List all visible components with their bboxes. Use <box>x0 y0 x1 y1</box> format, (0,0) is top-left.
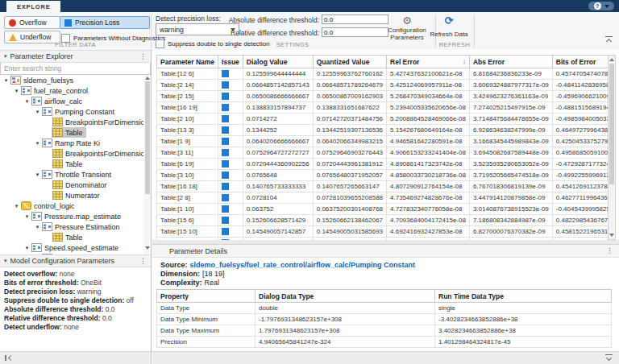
lookup-icon <box>52 180 63 189</box>
toolstrip: Overflow Underflow Precision Loss Parame… <box>0 12 619 51</box>
kebab-menu-icon[interactable]: ⋮ <box>139 53 147 60</box>
results-row[interactable]: Table:[1 10]0.0637520.063752003014087684… <box>157 204 609 215</box>
refresh-section-label: REFRESH <box>435 41 474 48</box>
complexity-value: Real <box>205 279 220 287</box>
results-row[interactable]: Table:[16 18]0.1407657333333330.14076572… <box>157 181 609 192</box>
column-header-rel-error[interactable]: Rel Error↓ <box>387 56 470 68</box>
tree-item-numerator[interactable]: Numerator <box>0 190 151 201</box>
cell-bits-of-error: 0.42504533752799034 <box>552 136 608 147</box>
expander-icon[interactable]: ▾ <box>23 213 31 220</box>
collapse-panel-icon[interactable] <box>605 354 613 362</box>
collapse-caret-icon[interactable]: ▾ <box>4 258 7 264</box>
results-row[interactable]: Table:[2 8]0.07281040.072810396552085884… <box>157 192 609 204</box>
complexity-line: Complexity:Real <box>160 279 415 287</box>
tree-item-label: fuel_rate_control <box>34 87 88 95</box>
precision-loss-filter-button[interactable]: Precision Loss <box>60 16 150 29</box>
collapse-caret-icon[interactable]: ▾ <box>4 53 7 60</box>
scroll-up-icon[interactable] <box>609 58 614 61</box>
results-row[interactable]: Table:[2 14]0.06648571428571430.06648571… <box>157 80 609 91</box>
scroll-down-icon[interactable] <box>145 246 150 250</box>
tree-item-speed-speed-estimate[interactable]: ▾Speed.speed_estimate <box>0 242 151 253</box>
source-link[interactable]: sldemo_fuelsys/fuel_rate_control/airflow… <box>190 261 416 269</box>
cell-rel-error: 4.807290912764154e-08 <box>387 181 470 192</box>
details-row: Data Typedoublesingle <box>157 303 612 314</box>
tree-item-breakpointsfordimension2[interactable]: BreakpointsForDimension2 <box>0 148 151 159</box>
results-row[interactable]: Table:[15 6]0.1526066285714290.152606621… <box>157 215 609 226</box>
cell-bits-of-error: -0.48815156891942024 <box>552 102 608 114</box>
tree-item-sldemo-fuelsys[interactable]: ▾sldemo_fuelsys <box>0 75 151 85</box>
expander-icon[interactable]: ▾ <box>23 245 31 251</box>
tree-item-fuel-rate-control[interactable]: ▾fuel_rate_control <box>0 85 151 96</box>
tree-item-pumping-constant[interactable]: ▾Pumping Constant <box>0 106 151 117</box>
column-header-dialog-value[interactable]: Dialog Value <box>243 56 313 68</box>
tree-item-breakpointsfordimension2[interactable]: BreakpointsForDimension2 <box>0 117 151 127</box>
results-row[interactable]: Table:[12 6]0.1255996444444440.125599637… <box>157 68 609 80</box>
help-button[interactable]: ? <box>588 2 614 10</box>
tree-item-table[interactable]: Table <box>0 127 151 138</box>
details-cell-runtime-type: single <box>435 303 612 314</box>
results-table-wrap: Parameter NameIssueDialog ValueQuantized… <box>156 55 616 240</box>
scroll-thumb[interactable] <box>609 64 614 184</box>
results-row[interactable]: Table:[3 11]0.07529647272727270.07529646… <box>157 147 609 159</box>
expander-icon[interactable]: ▾ <box>34 140 41 147</box>
search-input[interactable] <box>0 63 151 75</box>
kebab-menu-icon[interactable]: ⋮ <box>139 258 147 265</box>
results-row[interactable]: Table:[13 3]0.13442520.13442519307136536… <box>157 125 609 136</box>
cell-quantized-value: 0.07204443961381912 <box>313 159 386 170</box>
refresh-data-button[interactable]: ⟳ Refresh Data <box>423 15 475 38</box>
results-table: Parameter NameIssueDialog ValueQuantized… <box>156 55 608 240</box>
column-header-bits-of-error[interactable]: Bits of Error <box>552 56 608 68</box>
results-row[interactable]: Table:[1 9]0.06402066666666670.064020663… <box>157 136 609 147</box>
abs-threshold-input[interactable] <box>322 14 388 24</box>
kebab-menu-icon[interactable]: ⋮ <box>606 247 613 254</box>
cell-issue <box>218 125 243 136</box>
scroll-up-icon[interactable] <box>145 77 150 80</box>
tab-explore[interactable]: EXPLORE <box>6 1 60 12</box>
issue-icon <box>222 115 229 122</box>
expander-icon[interactable]: ▾ <box>34 172 41 178</box>
tree-item-inner: Table <box>52 159 86 169</box>
results-row[interactable]: Table:[2 10]0.07142720.07142720371484756… <box>157 114 609 125</box>
rel-threshold-label: Relative difference threshold: <box>193 29 319 37</box>
expander-icon[interactable]: ▾ <box>23 98 31 105</box>
results-row[interactable]: Table:[15 10]0.1454900571428570.14549005… <box>157 226 609 238</box>
tree-item-throttle-transient[interactable]: ▾Throttle Transient <box>0 169 151 180</box>
details-cell-property: Data Type Maximum <box>157 325 255 337</box>
expander-icon[interactable]: ▾ <box>2 77 10 84</box>
sort-descending-icon: ↓ <box>463 58 466 65</box>
results-scrollbar[interactable] <box>608 55 616 240</box>
rel-threshold-input[interactable] <box>322 27 388 37</box>
expander-icon[interactable]: ▾ <box>13 203 20 209</box>
expander-icon[interactable]: ▾ <box>34 224 41 230</box>
tree-item-control-logic[interactable]: ▾control_logic <box>0 201 151 211</box>
column-header-parameter-name[interactable]: Parameter Name <box>157 56 218 68</box>
tree-item-table[interactable]: Table <box>0 159 151 169</box>
tree-item-denominator[interactable]: Denominator <box>0 180 151 190</box>
column-header-quantized-value[interactable]: Quantized Value <box>313 56 386 68</box>
overflow-filter-button[interactable]: Overflow <box>4 16 60 29</box>
tree-scrollbar[interactable] <box>143 75 151 254</box>
column-header-issue[interactable]: Issue <box>218 56 243 68</box>
column-header-abs-error[interactable]: Abs Error <box>469 56 552 68</box>
tree-item-ramp-rate-ki[interactable]: ▾Ramp Rate Ki <box>0 138 151 148</box>
collapse-toolstrip-icon[interactable] <box>605 36 613 43</box>
tree-item-partial[interactable] <box>0 253 151 254</box>
tree-item-inner: Pressure Estimation <box>41 221 123 232</box>
expander-icon[interactable]: ▾ <box>13 88 20 94</box>
cell-dialog-value: 0.0640206666666667 <box>243 136 313 147</box>
results-row[interactable]: Table:[16 19]0.1388331578947370.13883316… <box>157 102 609 114</box>
tree-item-pressure-map-estimate[interactable]: ▾Pressure.map_estimate <box>0 211 151 221</box>
tree-item-airflow-calc[interactable]: ▾airflow_calc <box>0 96 151 106</box>
results-row[interactable]: Table:[6 19]0.07204443609022560.07204443… <box>157 159 609 170</box>
scroll-thumb[interactable] <box>145 81 150 194</box>
results-row[interactable]: Table:[3 10]0.07656480.07656480371952057… <box>157 170 609 181</box>
results-row[interactable]: Table:[2 15]0.06500866666666670.06500867… <box>157 91 609 102</box>
cell-abs-error: 3.447914120879858e-09 <box>469 192 552 204</box>
dock-left-icon[interactable] <box>5 355 13 361</box>
cell-dialog-value: 0.140765733333333 <box>243 181 313 192</box>
cell-bits-of-error: 0.49586850591003895 <box>552 147 608 159</box>
tree-item-table[interactable]: Table <box>0 232 151 242</box>
tree-item-pressure-estimation[interactable]: ▾Pressure Estimation <box>0 221 151 232</box>
scroll-down-icon[interactable] <box>609 234 614 237</box>
expander-icon[interactable]: ▾ <box>34 109 41 115</box>
